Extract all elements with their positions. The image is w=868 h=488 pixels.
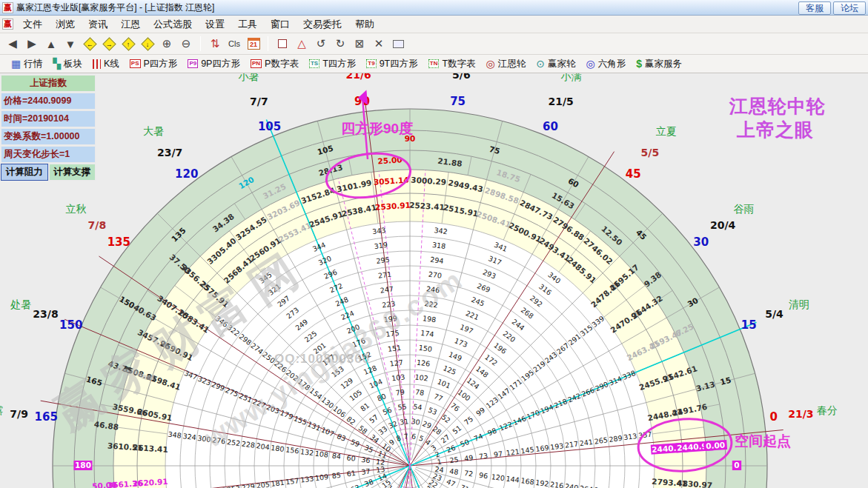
zoom-out-icon[interactable]: ⊖ — [178, 36, 194, 52]
svg-text:126: 126 — [417, 358, 431, 367]
svg-text:小满: 小满 — [560, 73, 581, 82]
kline-button[interactable]: K线 — [87, 56, 125, 72]
svg-text:105: 105 — [258, 120, 281, 133]
t-table-button[interactable]: TNT数字表 — [423, 56, 481, 72]
menu-item-8[interactable]: 交易委托 — [296, 16, 348, 32]
quotes-button[interactable]: ▦行情 — [6, 56, 47, 72]
svg-text:240: 240 — [564, 482, 578, 488]
svg-text:24: 24 — [434, 465, 444, 474]
service-button[interactable]: $赢家服务 — [631, 56, 687, 72]
svg-text:85: 85 — [331, 471, 341, 480]
menu-item-5[interactable]: 设置 — [199, 16, 231, 32]
menu-item-9[interactable]: 帮助 — [348, 16, 381, 32]
menu-item-2[interactable]: 资讯 — [82, 16, 114, 32]
dollar-icon: $ — [636, 59, 642, 69]
svg-text:5/6: 5/6 — [452, 73, 471, 81]
svg-text:60: 60 — [543, 120, 558, 133]
index-name: 上证指数 — [1, 75, 96, 92]
svg-text:150: 150 — [418, 344, 432, 353]
fit-screen-icon[interactable]: ✕ — [371, 36, 387, 52]
panel-row-3: 周天变化步长=1 — [1, 146, 96, 163]
menu-item-3[interactable]: 江恩 — [114, 16, 147, 32]
nav-left-icon[interactable]: ◀ — [4, 36, 21, 52]
calendar-icon[interactable]: 21 — [245, 36, 262, 52]
svg-text:199: 199 — [383, 314, 397, 324]
svg-text:60: 60 — [346, 453, 356, 462]
calc-support-button[interactable]: 计算支撑 — [49, 164, 96, 181]
tn-badge: TN — [428, 59, 440, 68]
svg-text:立夏: 立夏 — [656, 125, 677, 137]
svg-text:181: 181 — [271, 478, 285, 488]
svg-text:5/4: 5/4 — [765, 308, 783, 320]
winner-wheel-button[interactable]: ⊙赢家轮 — [531, 56, 580, 72]
pan-down-icon[interactable]: ↓ — [139, 36, 156, 52]
nav-right-icon[interactable]: ▶ — [24, 36, 40, 52]
pan-up-icon[interactable]: ↑ — [120, 36, 136, 52]
close-box-icon[interactable]: ⊠ — [351, 36, 368, 52]
9p-square-button[interactable]: P99P四方形 — [182, 56, 245, 72]
gann-wheel-button[interactable]: ◎江恩轮 — [481, 56, 531, 72]
winner-wheel-icon: ⊙ — [536, 59, 545, 69]
svg-text:大暑: 大暑 — [143, 125, 164, 137]
menu-item-7[interactable]: 窗口 — [264, 16, 296, 32]
menu-item-0[interactable]: 文件 — [16, 16, 49, 32]
sectors-button[interactable]: ▚板块 — [47, 56, 87, 72]
t-table-button-label: T数字表 — [442, 58, 475, 70]
pan-right-icon[interactable]: → — [101, 36, 117, 52]
svg-text:72: 72 — [464, 469, 474, 478]
svg-text:7/7: 7/7 — [250, 96, 268, 107]
cls-button[interactable]: Cls — [226, 36, 242, 52]
titlebar: 赢 赢家江恩专业版[赢家服务平台] - [上证指数 江恩轮] 客服论坛 — [0, 0, 868, 16]
sort-updown-icon[interactable]: ⇅ — [207, 36, 223, 52]
svg-text:109: 109 — [314, 472, 328, 482]
rotate-cw-icon[interactable]: ↻ — [332, 36, 348, 52]
t-square-button[interactable]: TST四方形 — [304, 56, 361, 72]
menu-item-1[interactable]: 浏览 — [49, 16, 82, 32]
ps-badge: PS — [130, 59, 141, 68]
svg-text:265: 265 — [594, 435, 608, 445]
svg-text:135: 135 — [107, 235, 130, 249]
square-tool-icon[interactable] — [274, 36, 291, 52]
gann-wheel-button-label: 江恩轮 — [498, 58, 526, 70]
svg-text:144: 144 — [506, 475, 520, 484]
menu-item-4[interactable]: 公式选股 — [147, 16, 199, 32]
svg-text:120: 120 — [491, 472, 505, 482]
svg-text:小暑: 小暑 — [239, 73, 259, 82]
service-button-label: 赢家服务 — [645, 58, 682, 70]
9t-square-button[interactable]: T99T四方形 — [361, 56, 423, 72]
nav-up-icon[interactable]: ▲ — [43, 36, 59, 52]
module-toolbar: ▦行情▚板块K线PSP四方形P99P四方形PNP数字表TST四方形T99T四方形… — [0, 55, 868, 73]
svg-text:90: 90 — [405, 134, 416, 143]
p-square-button[interactable]: PSP四方形 — [125, 56, 183, 72]
triangle-tool-icon[interactable]: △ — [294, 36, 310, 52]
hexagon-button[interactable]: ◎六角形 — [581, 56, 632, 72]
calc-resistance-button[interactable]: 计算阻力 — [1, 164, 48, 181]
panel-row-1: 时间=20190104 — [1, 110, 96, 127]
pan-left-icon[interactable]: ← — [82, 36, 98, 52]
svg-text:343: 343 — [371, 226, 385, 235]
p-table-button-label: P数字表 — [265, 58, 299, 70]
presentation-icon[interactable] — [390, 36, 406, 52]
svg-text:23/7: 23/7 — [157, 147, 182, 158]
svg-text:21/3: 21/3 — [788, 408, 813, 420]
9p-square-button-label: 9P四方形 — [201, 58, 240, 70]
forum-button[interactable]: 论坛 — [833, 1, 866, 15]
svg-text:108: 108 — [314, 449, 328, 459]
svg-text:252: 252 — [226, 438, 240, 447]
support-button[interactable]: 客服 — [798, 1, 831, 15]
pn-badge: PN — [251, 59, 262, 68]
svg-text:37: 37 — [361, 467, 371, 475]
svg-text:0.00: 0.00 — [706, 441, 726, 451]
hexagon-button-label: 六角形 — [598, 58, 626, 70]
toolbar-separator — [200, 36, 201, 51]
svg-text:271: 271 — [377, 270, 391, 279]
candles-icon — [93, 59, 101, 69]
rotate-ccw-icon[interactable]: ↺ — [313, 36, 329, 52]
zoom-in-icon[interactable]: ⊕ — [159, 36, 175, 52]
p-table-button[interactable]: PNP数字表 — [245, 56, 304, 72]
svg-text:春分: 春分 — [817, 404, 838, 416]
menu-item-6[interactable]: 工具 — [231, 16, 264, 32]
nav-down-icon[interactable]: ▼ — [62, 36, 79, 52]
svg-text:7/8: 7/8 — [88, 219, 107, 231]
svg-text:174: 174 — [420, 329, 434, 338]
